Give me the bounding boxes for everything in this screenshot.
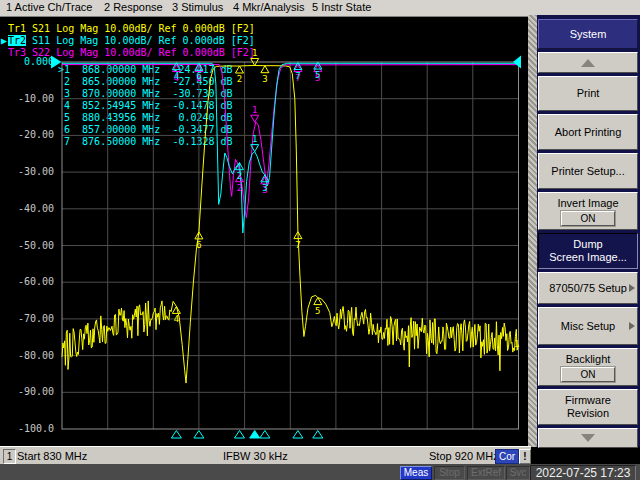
softkey-87050-75-setup[interactable]: 87050/75 Setup — [538, 272, 638, 304]
menu-item-5[interactable]: 5 Instr State — [312, 1, 371, 13]
active-trace-cursor-icon: ▶ — [1, 35, 7, 46]
marker-table-row-7: 7 876.50000 MHz -0.1328 dB — [58, 136, 233, 148]
scroll-up-icon — [581, 59, 595, 67]
extref-status-badge: ExtRef — [467, 466, 505, 480]
y-axis-tick-0: 0.000 — [0, 56, 54, 68]
stop-frequency-label: Stop 920 MHz — [429, 450, 499, 462]
menu-item-1[interactable]: 1 Active Ch/Trace — [6, 1, 92, 13]
softkey-scrollbar[interactable] — [528, 15, 537, 447]
marker-table-row-1: >1 868.00000 MHz -24.417 dB — [58, 64, 233, 76]
softkey-label: Misc Setup — [561, 320, 615, 333]
y-axis-tick-4: -40.00 — [0, 203, 54, 215]
softkey-label: Abort Printing — [555, 126, 622, 139]
submenu-arrow-icon — [629, 284, 635, 292]
softkey-system: System — [538, 19, 638, 49]
softkey-misc-setup[interactable]: Misc Setup — [538, 307, 638, 345]
menu-item-4[interactable]: 4 Mkr/Analysis — [233, 1, 305, 13]
svc-status-badge: Svc — [506, 466, 530, 480]
softkey-invert-image[interactable]: Invert ImageON — [538, 192, 638, 230]
softkey-toggle-state[interactable]: ON — [561, 211, 615, 226]
start-frequency-label: Start 830 MHz — [17, 450, 87, 462]
marker-table-row-6: 6 857.00000 MHz -0.3477 dB — [58, 124, 233, 136]
y-axis-tick-5: -50.00 — [0, 240, 54, 252]
y-axis-tick-9: -90.00 — [0, 386, 54, 398]
softkey-scroll-down[interactable] — [538, 428, 638, 448]
softkey-label: Printer Setup... — [551, 165, 624, 178]
softkey-printer-setup[interactable]: Printer Setup... — [538, 153, 638, 189]
softkey-label: Invert Image — [557, 197, 618, 210]
y-axis-tick-3: -30.00 — [0, 166, 54, 178]
alert-badge: ! — [519, 449, 531, 464]
softkey-label: 87050/75 Setup — [549, 282, 627, 295]
marker-table: >1 868.00000 MHz -24.417 dB 2 865.00000 … — [58, 64, 233, 148]
softkey-label: Dump — [573, 238, 602, 251]
marker-table-row-4: 4 852.54945 MHz -0.1478 dB — [58, 100, 233, 112]
menu-item-2[interactable]: 2 Response — [104, 1, 163, 13]
channel-status-bar: 1 Start 830 MHz IFBW 30 kHz Stop 920 MHz… — [0, 446, 531, 465]
softkey-dump[interactable]: DumpScreen Image... — [538, 233, 638, 269]
softkey-label: System — [570, 28, 607, 41]
instrument-status-bar: Meas Stop ExtRef Svc 2022-07-25 17:23 — [0, 464, 640, 480]
y-axis-tick-7: -70.00 — [0, 313, 54, 325]
softkey-label: Backlight — [566, 353, 611, 366]
softkey-label: Print — [577, 87, 600, 100]
y-axis-tick-6: -60.00 — [0, 276, 54, 288]
submenu-arrow-icon — [629, 322, 635, 330]
marker-table-row-3: 3 870.00000 MHz -30.730 dB — [58, 88, 233, 100]
softkey-backlight[interactable]: BacklightON — [538, 348, 638, 386]
marker-table-row-2: 2 865.00000 MHz -27.450 dB — [58, 76, 233, 88]
marker-table-row-5: 5 880.43956 MHz 0.0240 dB — [58, 112, 233, 124]
softkey-abort-printing[interactable]: Abort Printing — [538, 114, 638, 150]
y-axis-tick-2: -20.00 — [0, 129, 54, 141]
y-axis-tick-1: -10.00 — [0, 93, 54, 105]
y-axis-tick-8: -80.00 — [0, 350, 54, 362]
softkey-scroll-up[interactable] — [538, 52, 638, 73]
datetime-display: 2022-07-25 17:23 — [530, 465, 636, 480]
softkey-label-line2: Screen Image... — [549, 251, 627, 264]
correction-status-badge: Cor — [495, 449, 519, 464]
softkey-firmware[interactable]: FirmwareRevision — [538, 389, 638, 425]
softkey-label-line2: Revision — [567, 407, 609, 420]
analyzer-screen: 1 Active Ch/Trace2 Response3 Stimulus4 M… — [0, 0, 640, 480]
softkey-sidebar: SystemPrintAbort PrintingPrinter Setup..… — [528, 15, 640, 447]
ifbw-label: IFBW 30 kHz — [223, 450, 288, 462]
trace-title-tr1[interactable]: Tr1 S21 Log Mag 10.00dB/ Ref 0.000dB [F2… — [8, 23, 255, 35]
scroll-down-icon — [581, 434, 595, 442]
y-axis-tick-10: -100.0 — [0, 423, 54, 435]
stop-status-badge: Stop — [434, 466, 465, 480]
softkey-label: Firmware — [565, 394, 611, 407]
meas-status-badge: Meas — [400, 466, 432, 480]
menu-item-3[interactable]: 3 Stimulus — [172, 1, 223, 13]
softkey-toggle-state[interactable]: ON — [561, 367, 615, 382]
channel-number-badge: 1 — [3, 449, 16, 464]
trace-title-tr2[interactable]: Tr2 S11 Log Mag 10.00dB/ Ref 0.000dB [F2… — [8, 35, 255, 47]
softkey-print[interactable]: Print — [538, 76, 638, 111]
